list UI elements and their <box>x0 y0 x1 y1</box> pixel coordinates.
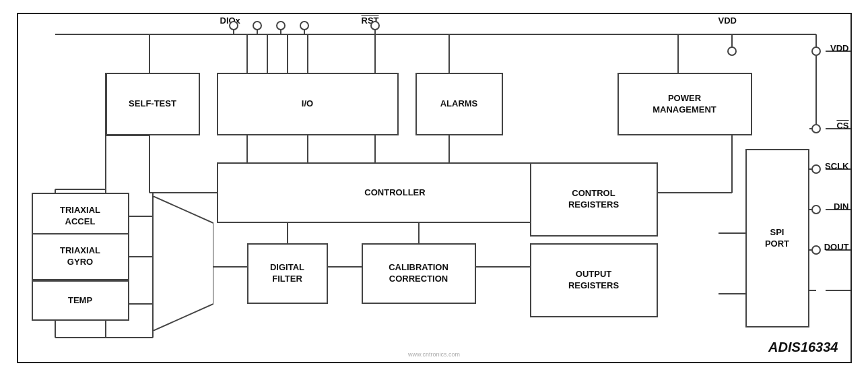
temp-block: TEMP <box>32 280 129 321</box>
din-pin <box>811 205 821 214</box>
alarms-block: ALARMS <box>415 73 503 135</box>
self-test-block: SELF-TEST <box>106 73 200 135</box>
chip-name: ADIS16334 <box>768 340 838 355</box>
power-management-block: POWERMANAGEMENT <box>617 73 752 135</box>
diox-pin-3 <box>276 21 286 30</box>
cs-pin <box>811 124 821 133</box>
output-registers-block: OUTPUTREGISTERS <box>530 243 658 317</box>
vdd-top-label: VDD <box>719 15 737 26</box>
mux-shape <box>153 196 213 331</box>
vdd-top-pin <box>727 46 737 56</box>
svg-marker-57 <box>153 196 213 331</box>
watermark: www.cntronics.com <box>408 351 460 358</box>
diox-pin-4 <box>300 21 309 30</box>
dout-label: DOUT <box>824 242 849 252</box>
diagram-wrapper: DIOx RST VDD SELF-TEST I/O ALARMS POWERM… <box>17 13 852 363</box>
io-block: I/O <box>217 73 399 135</box>
diox-pin-2 <box>253 21 262 30</box>
rst-pin <box>370 21 380 30</box>
control-registers-block: CONTROLREGISTERS <box>530 162 658 237</box>
calibration-correction-block: CALIBRATIONCORRECTION <box>362 243 476 304</box>
spi-port-block: SPIPORT <box>745 149 809 327</box>
vdd-right-label: VDD <box>830 43 848 53</box>
dout-pin <box>811 245 821 255</box>
cs-label: CS <box>836 121 848 131</box>
sclk-pin <box>811 164 821 174</box>
diox-pin-1 <box>229 21 238 30</box>
vdd-right-pin <box>811 46 821 56</box>
din-label: DIN <box>834 201 848 212</box>
controller-block: CONTROLLER <box>217 162 574 223</box>
triaxial-gyro-block: TRIAXIALGYRO <box>32 233 129 280</box>
digital-filter-block: DIGITALFILTER <box>247 243 328 304</box>
sclk-label: SCLK <box>825 161 848 171</box>
